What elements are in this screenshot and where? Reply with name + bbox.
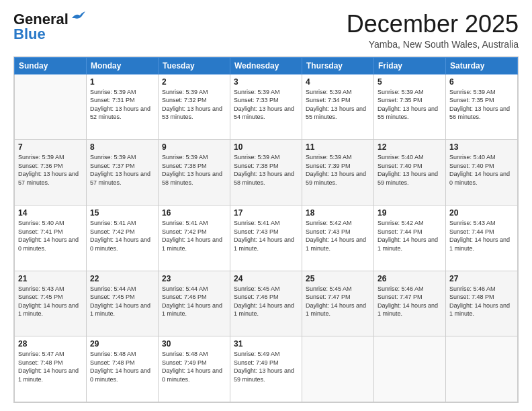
- calendar-day-cell: 16Sunrise: 5:41 AMSunset: 7:42 PMDayligh…: [159, 205, 230, 271]
- calendar-day-cell: 19Sunrise: 5:42 AMSunset: 7:44 PMDayligh…: [374, 205, 446, 271]
- calendar-day-cell: 11Sunrise: 5:39 AMSunset: 7:39 PMDayligh…: [302, 140, 374, 205]
- calendar-day-cell: 27Sunrise: 5:46 AMSunset: 7:48 PMDayligh…: [446, 271, 518, 336]
- day-info: Sunrise: 5:40 AMSunset: 7:41 PMDaylight:…: [18, 219, 83, 253]
- day-info: Sunrise: 5:39 AMSunset: 7:39 PMDaylight:…: [306, 153, 370, 187]
- day-info: Sunrise: 5:44 AMSunset: 7:46 PMDaylight:…: [162, 285, 226, 318]
- weekday-header: Friday: [374, 57, 446, 74]
- day-info: Sunrise: 5:42 AMSunset: 7:43 PMDaylight:…: [306, 219, 370, 253]
- calendar-day-cell: 25Sunrise: 5:45 AMSunset: 7:47 PMDayligh…: [302, 271, 374, 336]
- calendar-day-cell: 9Sunrise: 5:39 AMSunset: 7:38 PMDaylight…: [159, 140, 230, 205]
- day-number: 29: [90, 339, 154, 349]
- calendar-day-cell: 4Sunrise: 5:39 AMSunset: 7:34 PMDaylight…: [302, 74, 374, 140]
- day-number: 21: [18, 274, 83, 283]
- day-number: 14: [18, 208, 83, 218]
- day-info: Sunrise: 5:39 AMSunset: 7:38 PMDaylight:…: [162, 153, 226, 187]
- day-info: Sunrise: 5:39 AMSunset: 7:36 PMDaylight:…: [18, 153, 83, 187]
- calendar-day-cell: 15Sunrise: 5:41 AMSunset: 7:42 PMDayligh…: [87, 205, 159, 271]
- day-number: 2: [162, 77, 226, 87]
- day-info: Sunrise: 5:39 AMSunset: 7:34 PMDaylight:…: [306, 88, 370, 122]
- calendar-day-cell: 14Sunrise: 5:40 AMSunset: 7:41 PMDayligh…: [15, 205, 87, 271]
- day-number: 26: [378, 274, 442, 283]
- day-info: Sunrise: 5:46 AMSunset: 7:48 PMDaylight:…: [449, 285, 514, 318]
- weekday-header: Wednesday: [230, 57, 302, 74]
- calendar-day-cell: 7Sunrise: 5:39 AMSunset: 7:36 PMDaylight…: [15, 140, 87, 205]
- calendar-day-cell: 12Sunrise: 5:40 AMSunset: 7:40 PMDayligh…: [374, 140, 446, 205]
- calendar-day-cell: [302, 336, 374, 402]
- day-info: Sunrise: 5:39 AMSunset: 7:37 PMDaylight:…: [90, 153, 154, 187]
- calendar-day-cell: 5Sunrise: 5:39 AMSunset: 7:35 PMDaylight…: [374, 74, 446, 140]
- calendar-week-row: 1Sunrise: 5:39 AMSunset: 7:31 PMDaylight…: [15, 74, 518, 140]
- day-info: Sunrise: 5:39 AMSunset: 7:33 PMDaylight:…: [234, 88, 298, 122]
- day-info: Sunrise: 5:43 AMSunset: 7:44 PMDaylight:…: [449, 219, 514, 253]
- day-number: 1: [90, 77, 154, 87]
- calendar-day-cell: 21Sunrise: 5:43 AMSunset: 7:45 PMDayligh…: [15, 271, 87, 336]
- calendar-day-cell: 31Sunrise: 5:49 AMSunset: 7:49 PMDayligh…: [230, 336, 302, 402]
- day-info: Sunrise: 5:39 AMSunset: 7:35 PMDaylight:…: [378, 88, 442, 122]
- month-title: December 2025: [347, 11, 519, 38]
- calendar-day-cell: 8Sunrise: 5:39 AMSunset: 7:37 PMDaylight…: [87, 140, 159, 205]
- day-info: Sunrise: 5:48 AMSunset: 7:48 PMDaylight:…: [90, 350, 154, 383]
- day-number: 5: [378, 77, 442, 87]
- weekday-header: Sunday: [15, 57, 87, 74]
- calendar-day-cell: 26Sunrise: 5:46 AMSunset: 7:47 PMDayligh…: [374, 271, 446, 336]
- day-info: Sunrise: 5:48 AMSunset: 7:49 PMDaylight:…: [162, 350, 226, 383]
- logo-blue: Blue: [13, 26, 46, 43]
- day-info: Sunrise: 5:45 AMSunset: 7:46 PMDaylight:…: [234, 285, 298, 318]
- day-info: Sunrise: 5:39 AMSunset: 7:32 PMDaylight:…: [162, 88, 226, 122]
- day-info: Sunrise: 5:45 AMSunset: 7:47 PMDaylight:…: [306, 285, 370, 318]
- calendar-day-cell: 20Sunrise: 5:43 AMSunset: 7:44 PMDayligh…: [446, 205, 518, 271]
- day-info: Sunrise: 5:39 AMSunset: 7:38 PMDaylight:…: [234, 153, 298, 187]
- calendar-week-row: 14Sunrise: 5:40 AMSunset: 7:41 PMDayligh…: [15, 205, 518, 271]
- calendar-day-cell: 23Sunrise: 5:44 AMSunset: 7:46 PMDayligh…: [159, 271, 230, 336]
- calendar-day-cell: [374, 336, 446, 402]
- calendar-week-row: 21Sunrise: 5:43 AMSunset: 7:45 PMDayligh…: [15, 271, 518, 336]
- weekday-header: Thursday: [302, 57, 374, 74]
- day-number: 6: [449, 77, 514, 87]
- day-number: 16: [162, 208, 226, 218]
- day-number: 19: [378, 208, 442, 218]
- day-number: 30: [162, 339, 226, 349]
- day-info: Sunrise: 5:42 AMSunset: 7:44 PMDaylight:…: [378, 219, 442, 253]
- day-number: 23: [162, 274, 226, 283]
- day-number: 13: [449, 142, 514, 152]
- calendar-day-cell: 17Sunrise: 5:41 AMSunset: 7:43 PMDayligh…: [230, 205, 302, 271]
- calendar-day-cell: 3Sunrise: 5:39 AMSunset: 7:33 PMDaylight…: [230, 74, 302, 140]
- calendar: SundayMondayTuesdayWednesdayThursdayFrid…: [13, 56, 519, 403]
- calendar-day-cell: 24Sunrise: 5:45 AMSunset: 7:46 PMDayligh…: [230, 271, 302, 336]
- day-number: 11: [306, 142, 370, 152]
- calendar-day-cell: 10Sunrise: 5:39 AMSunset: 7:38 PMDayligh…: [230, 140, 302, 205]
- day-info: Sunrise: 5:47 AMSunset: 7:48 PMDaylight:…: [18, 350, 83, 383]
- day-info: Sunrise: 5:39 AMSunset: 7:31 PMDaylight:…: [90, 88, 154, 122]
- calendar-week-row: 28Sunrise: 5:47 AMSunset: 7:48 PMDayligh…: [15, 336, 518, 402]
- page: General Blue December 2025 Yamba, New So…: [0, 0, 532, 411]
- day-number: 22: [90, 274, 154, 283]
- location-subtitle: Yamba, New South Wales, Australia: [347, 39, 519, 50]
- day-info: Sunrise: 5:40 AMSunset: 7:40 PMDaylight:…: [449, 153, 514, 187]
- day-number: 31: [234, 339, 298, 349]
- day-info: Sunrise: 5:41 AMSunset: 7:42 PMDaylight:…: [90, 219, 154, 253]
- day-number: 20: [449, 208, 514, 218]
- day-number: 4: [306, 77, 370, 87]
- header: General Blue December 2025 Yamba, New So…: [13, 11, 519, 50]
- logo: General Blue: [13, 11, 85, 43]
- day-number: 15: [90, 208, 154, 218]
- calendar-day-cell: [446, 336, 518, 402]
- calendar-header-row: SundayMondayTuesdayWednesdayThursdayFrid…: [15, 57, 518, 74]
- day-number: 9: [162, 142, 226, 152]
- title-block: December 2025 Yamba, New South Wales, Au…: [347, 11, 519, 50]
- day-number: 7: [18, 142, 83, 152]
- calendar-body: 1Sunrise: 5:39 AMSunset: 7:31 PMDaylight…: [15, 74, 518, 402]
- day-number: 27: [449, 274, 514, 283]
- day-number: 25: [306, 274, 370, 283]
- day-number: 3: [234, 77, 298, 87]
- day-number: 18: [306, 208, 370, 218]
- day-info: Sunrise: 5:49 AMSunset: 7:49 PMDaylight:…: [234, 350, 298, 383]
- day-info: Sunrise: 5:40 AMSunset: 7:40 PMDaylight:…: [378, 153, 442, 187]
- day-info: Sunrise: 5:44 AMSunset: 7:45 PMDaylight:…: [90, 285, 154, 318]
- day-number: 17: [234, 208, 298, 218]
- day-info: Sunrise: 5:43 AMSunset: 7:45 PMDaylight:…: [18, 285, 83, 318]
- calendar-day-cell: 6Sunrise: 5:39 AMSunset: 7:35 PMDaylight…: [446, 74, 518, 140]
- weekday-header: Tuesday: [159, 57, 230, 74]
- calendar-day-cell: 29Sunrise: 5:48 AMSunset: 7:48 PMDayligh…: [87, 336, 159, 402]
- calendar-week-row: 7Sunrise: 5:39 AMSunset: 7:36 PMDaylight…: [15, 140, 518, 205]
